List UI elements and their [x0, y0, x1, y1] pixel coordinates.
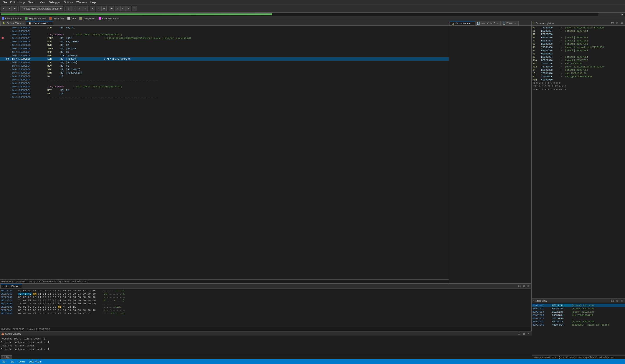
stack-line-0[interactable]: BED2722CBED2724C[stack]:BED2724C	[531, 304, 625, 307]
reg-restore-btn[interactable]: 🗔	[611, 22, 614, 25]
code-line-10[interactable]: .text:75DD3BE0LDRR3, [R12,#8]	[0, 61, 449, 64]
reg-name-R3: R3	[532, 36, 541, 39]
hex-line-1[interactable]: BED272507E 45 4C 4A 01 01 01 00 00 00 00…	[0, 292, 531, 295]
tab-hex-view-3[interactable]: H Hex View-3 ✕	[475, 21, 500, 25]
code-line-3[interactable]: .text:75DD3BC4LDRBR2, [R3]; 此处的小循环疑似在解密内…	[0, 36, 449, 40]
menu-help[interactable]: Help	[89, 0, 97, 4]
hex-view-3-close[interactable]: ✕	[497, 22, 498, 25]
code-line-17[interactable]: .text:75DD3BF4loc_75DD3BF4; CODE XREF: D…	[0, 85, 449, 88]
menu-edit[interactable]: Edit	[8, 0, 17, 4]
reg-value-R2: FFFFFF00	[541, 33, 561, 36]
stack-line-1[interactable]: BED2722CBED272E4[stack]:BED272E4	[531, 307, 625, 310]
code-operands-14: LR	[60, 75, 104, 78]
hex-line-7[interactable]: BED272B002 00 00 C0 13 DD 75 50 A5 DF 75…	[0, 312, 531, 315]
menu-debugger[interactable]: Debugger	[47, 0, 62, 4]
debug-view-close[interactable]: ✕	[22, 22, 24, 25]
run-to-cursor-button[interactable]: ⤶	[83, 6, 88, 11]
stop-button[interactable]: ⏹	[12, 6, 17, 11]
pause-button[interactable]: ⏸	[6, 6, 12, 11]
code-line-5[interactable]: .text:75DD3BCCMVNR2, R2	[0, 43, 449, 47]
hex-line-2[interactable]: BED2726003 00 28 00 01 00 00 00 00 00 00…	[0, 295, 531, 299]
debugger-select[interactable]: Remote ARM Linux/Android debugger	[20, 6, 63, 11]
code-line-14[interactable]: .text:75DD3BF0BXLR	[0, 75, 449, 78]
watch-button[interactable]: 👁	[109, 6, 114, 11]
step-out-button[interactable]: ↑	[77, 6, 82, 11]
menu-options[interactable]: Options	[62, 0, 74, 4]
code-line-20[interactable]: .text:75DD3BFC; ------------------------…	[0, 95, 449, 99]
stack-line-2[interactable]: BED27224BED2724C[stack]:BED2724C	[531, 310, 625, 313]
code-line-11[interactable]: .text:75DD3BE4MOVR0, #1	[0, 64, 449, 68]
step-into-button[interactable]: ⤵	[65, 6, 71, 11]
tab-enums[interactable]: ≡ Enums ✕	[500, 21, 519, 25]
hex-line-5[interactable]: BED2729000 00 00 00 00 00 00 00 46 4F 32…	[0, 305, 531, 308]
bp-button[interactable]: ●	[90, 6, 95, 11]
output-close-btn[interactable]: ✕	[527, 332, 530, 335]
reg-value-R7: BED272E4	[541, 49, 561, 52]
menu-file[interactable]: File	[1, 0, 8, 4]
code-line-4[interactable]: .text:75DD3BC8EORR2, R2, #0x61	[0, 40, 449, 43]
reg-flags-line: N 0 Z 1 C 1 V 0 Q 0	[531, 81, 625, 84]
code-line-19[interactable]: .text:75DD3BF8BXLR	[0, 92, 449, 95]
menu-search[interactable]: Search	[26, 0, 38, 4]
hex-line-6[interactable]: BED272A0C8 72 D2 BE E4 72 D2 BE 01 00 00…	[0, 308, 531, 312]
hex1-float-btn[interactable]: ⧉	[522, 285, 526, 288]
menu-windows[interactable]: Windows	[74, 0, 89, 4]
run-button[interactable]: ▶	[1, 6, 6, 11]
code-line-15[interactable]: .text:75DD3BF4; ------------------------…	[0, 78, 449, 82]
code-line-9[interactable]: PC.text:75DD3BDCLDRR2, [R12,#4]; ELF Hea…	[0, 57, 449, 61]
python-button[interactable]: Python	[1, 355, 12, 359]
hex-view-1-content[interactable]: BED2724084 F3 09 40 74 12 DD 75 81 89 0E…	[0, 288, 531, 327]
hex-line-0[interactable]: BED2724084 F3 09 40 74 12 DD 75 81 89 0E…	[0, 289, 531, 292]
reg-close-btn[interactable]: ✕	[620, 22, 624, 25]
tab-structures[interactable]: A Structures ✕	[450, 21, 475, 25]
hex1-restore-btn[interactable]: 🗔	[518, 284, 521, 288]
code-line-1[interactable]: .text:75DD3BC4	[0, 29, 449, 33]
tab-ida-view-pc[interactable]: 📋 IDA View-PC ✕	[26, 21, 53, 25]
reg-ref-R4: [stack]:BED272E4	[565, 39, 588, 42]
structures-close[interactable]: ✕	[471, 22, 472, 25]
step-over-button[interactable]: →	[71, 6, 76, 11]
code-line-0[interactable]: .text:75DD3BC0ADDR1, R3, R1	[0, 26, 449, 29]
reg-button[interactable]: R	[126, 6, 131, 11]
code-view[interactable]: .text:75DD3BC0ADDR1, R3, R1.text:75DD3BC…	[0, 26, 449, 280]
code-line-12[interactable]: .text:75DD3BE8STRR2, [R12,#0xC]	[0, 68, 449, 71]
stack-float-btn[interactable]: ⧉	[615, 299, 619, 302]
stack-restore-btn[interactable]: 🗔	[611, 299, 614, 302]
progress-select[interactable]	[598, 13, 624, 16]
code-line-13[interactable]: .text:75DD3BECSTRR3, [R12,#0x10]	[0, 71, 449, 75]
hex-line-3[interactable]: BED272707C 42 07 00 00 00 00 05 34 00 20…	[0, 299, 531, 302]
hex-line-4[interactable]: BED2728018 00 17 00 00 00 00 00 00 00 00…	[0, 302, 531, 305]
output-restore-btn[interactable]: 🗔	[517, 332, 521, 335]
code-line-8[interactable]: .text:75DD3BD8BNEloc_75DD3BC4	[0, 54, 449, 57]
bp-list-button[interactable]: ☰	[101, 6, 107, 11]
code-line-6[interactable]: .text:75DD3BD0STRBR2, [R3],#1	[0, 47, 449, 50]
menu-view[interactable]: View	[38, 0, 47, 4]
reg-float-btn[interactable]: ⧉	[615, 22, 619, 25]
locals-button[interactable]: ℓ	[115, 6, 120, 11]
code-line-16[interactable]: .text:75DD3BF4	[0, 82, 449, 85]
stack-close-btn[interactable]: ✕	[620, 299, 624, 302]
tab-hex-view-1[interactable]: H Hex View-1	[0, 284, 22, 288]
stack-line-3[interactable]: BED2723475DD1C14sub_75DD1C00+14	[531, 313, 625, 317]
enums-close[interactable]: ✕	[515, 22, 516, 25]
reg-arrow-R7: ↦	[561, 49, 565, 52]
toggle-bp-button[interactable]: ○	[96, 6, 101, 11]
hex-view-3-icon: H	[477, 22, 479, 25]
reg-ref-R12: [anon:libc_malloc]:717816C0	[565, 65, 604, 68]
ida-view-pc-close[interactable]: ✕	[50, 22, 51, 25]
stack-line-6[interactable]: BED272404009F384debug080:__stack_chk_gua…	[531, 323, 625, 327]
structures-view[interactable]	[449, 26, 531, 283]
stack-line-4[interactable]: BED272381E324F46	[531, 317, 625, 320]
tab-debug-view[interactable]: 🐛 Debug View ✕	[0, 21, 26, 25]
menu-jump[interactable]: Jump	[17, 0, 26, 4]
ida-view-pc-icon: 📋	[29, 22, 31, 25]
code-line-2[interactable]: .text:75DD3BC4loc_75DD3BC4; CODE XREF: D…	[0, 33, 449, 36]
trace-button[interactable]: T	[132, 6, 137, 11]
stack-button[interactable]: ≡	[120, 6, 125, 11]
hex1-close-btn[interactable]: ✕	[526, 284, 530, 288]
stack-line-5[interactable]: BED2723CBED272C8[stack]:BED272C8	[531, 320, 625, 323]
stack-status-text: UNKNOWN BED27228: [stack]:BED27228 (Sync…	[533, 356, 615, 359]
output-float-btn[interactable]: ⧉	[522, 332, 526, 335]
code-line-7[interactable]: .text:75DD3BD4CMPR3, R1	[0, 50, 449, 54]
code-line-18[interactable]: .text:75DD3BF4MOVR0, R1	[0, 88, 449, 92]
